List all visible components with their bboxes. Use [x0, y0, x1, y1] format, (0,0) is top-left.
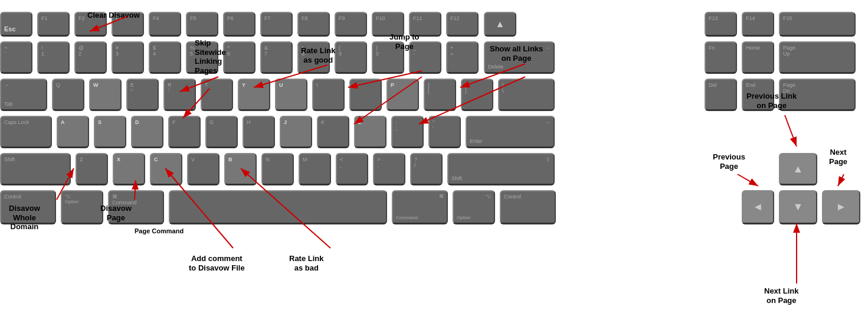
key-tab[interactable]: → Tab — [0, 79, 47, 111]
key-d[interactable]: D — [131, 116, 163, 148]
key-f12[interactable]: F12 — [446, 12, 479, 37]
key-p[interactable]: P — [386, 79, 419, 111]
key-c[interactable]: C — [150, 153, 182, 185]
key-u[interactable]: U — [275, 79, 307, 111]
key-l[interactable]: L — [354, 116, 386, 148]
key-pageup[interactable]: Page Up — [779, 41, 856, 74]
key-period[interactable]: > . — [373, 153, 405, 185]
key-r[interactable]: R T — [163, 79, 196, 111]
annotation-disavow-whole-domain: DisavowWholeDomain — [9, 204, 40, 232]
key-f13[interactable]: F13 — [705, 12, 737, 37]
annotation-clear-disavow: Clear Disavow — [87, 11, 140, 20]
key-j[interactable]: J — [280, 116, 312, 148]
keyboard: Esc F1 F2 F3 F4 F5 F6 F7 F8 F9 F10 F11 F… — [0, 6, 868, 313]
key-i[interactable]: I — [312, 79, 345, 111]
key-option-left[interactable]: ⌥ Option — [61, 190, 103, 224]
key-option-right[interactable]: ⌥ Option — [453, 190, 495, 224]
key-home[interactable]: Home — [742, 41, 774, 74]
key-esc[interactable]: Esc — [0, 12, 32, 37]
key-v[interactable]: V — [187, 153, 220, 185]
key-del-right[interactable]: Del — [705, 79, 737, 111]
key-control-right[interactable]: Control — [500, 190, 556, 224]
annotation-next-page: NextPage — [829, 148, 847, 166]
annotation-rate-link-good: Rate Linkas good — [301, 46, 336, 64]
key-arrow-down[interactable]: ▼ — [779, 190, 817, 224]
key-f9[interactable]: F9 — [335, 12, 367, 37]
key-h[interactable]: H — [243, 116, 275, 148]
key-bracket-left[interactable]: { [ — [424, 79, 456, 111]
key-quote[interactable]: " ' — [428, 116, 461, 148]
key-fn[interactable]: Fn — [705, 41, 737, 74]
annotation-page-command: Page Command — [135, 227, 184, 235]
annotation-jump-to-page: Jump toPage — [389, 32, 420, 51]
key-equals[interactable]: + = — [446, 41, 479, 74]
annotation-disavow-page: DisavowPage — [100, 204, 132, 222]
key-f[interactable]: F — [168, 116, 201, 148]
key-backslash[interactable]: | \ — [498, 79, 555, 111]
key-g[interactable]: G — [205, 116, 238, 148]
annotation-previous-link: Previous Linkon Page — [746, 92, 797, 110]
key-f8[interactable]: F8 — [297, 12, 330, 37]
key-6[interactable]: ^ 6 — [223, 41, 256, 74]
annotation-skip-sitewide: SkipSitewideLinkingPages — [195, 38, 226, 75]
key-enter[interactable]: ← Enter — [466, 116, 555, 148]
key-f14[interactable]: F14 — [742, 12, 774, 37]
key-x[interactable]: X — [113, 153, 145, 185]
key-tilde[interactable]: ~ ` — [0, 41, 32, 74]
key-b[interactable]: B — [224, 153, 257, 185]
key-f5[interactable]: F5 — [186, 12, 218, 37]
key-w[interactable]: W — [89, 79, 122, 111]
key-f7[interactable]: F7 — [260, 12, 293, 37]
key-4[interactable]: $ 4 — [149, 41, 181, 74]
key-n[interactable]: N — [261, 153, 294, 185]
key-arrow-right[interactable]: ► — [822, 190, 860, 224]
key-f15[interactable]: F15 — [779, 12, 856, 37]
key-slash[interactable]: ? / — [410, 153, 443, 185]
key-command-right[interactable]: ⌘ Command — [392, 190, 448, 224]
key-shift-left[interactable]: Shift — [0, 153, 71, 185]
annotation-show-all-links: Show all Linkson Page — [490, 44, 543, 63]
key-space[interactable] — [169, 190, 387, 224]
key-9[interactable]: ( 9 — [335, 41, 367, 74]
key-3[interactable]: # 3 — [112, 41, 144, 74]
key-m[interactable]: M — [299, 153, 331, 185]
annotation-add-comment: Add commentto Disavow File — [189, 254, 245, 272]
key-shift-right[interactable]: ⇧ Shift — [447, 153, 555, 185]
key-capslock[interactable]: Caps Lock — [0, 116, 52, 148]
key-semicolon[interactable]: : ; — [391, 116, 424, 148]
key-z[interactable]: Z — [76, 153, 108, 185]
key-comma[interactable]: < , — [336, 153, 368, 185]
key-f6[interactable]: F6 — [223, 12, 256, 37]
key-y[interactable]: Y — [238, 79, 270, 111]
annotation-rate-link-bad: Rate Linkas bad — [289, 254, 324, 272]
key-arrow-up[interactable]: ▲ — [779, 153, 817, 185]
key-arrow-left[interactable]: ◄ — [742, 190, 774, 224]
key-7[interactable]: & 7 — [260, 41, 293, 74]
key-k[interactable]: K — [317, 116, 349, 148]
key-bracket-right[interactable]: } ] — [461, 79, 493, 111]
annotation-previous-page: PreviousPage — [713, 152, 745, 171]
key-t[interactable]: T — [201, 79, 233, 111]
key-s[interactable]: S — [94, 116, 126, 148]
key-2[interactable]: @ 2 — [74, 41, 107, 74]
key-f4[interactable]: F4 — [149, 12, 181, 37]
key-eject[interactable]: ▲ — [484, 12, 516, 37]
key-e[interactable]: E R — [126, 79, 159, 111]
key-q[interactable]: Q — [52, 79, 84, 111]
key-1[interactable]: ! 1 — [37, 41, 70, 74]
annotation-next-link: Next Linkon Page — [764, 286, 799, 305]
key-f1[interactable]: F1 — [37, 12, 70, 37]
key-a[interactable]: A — [57, 116, 89, 148]
key-o[interactable]: O — [349, 79, 382, 111]
